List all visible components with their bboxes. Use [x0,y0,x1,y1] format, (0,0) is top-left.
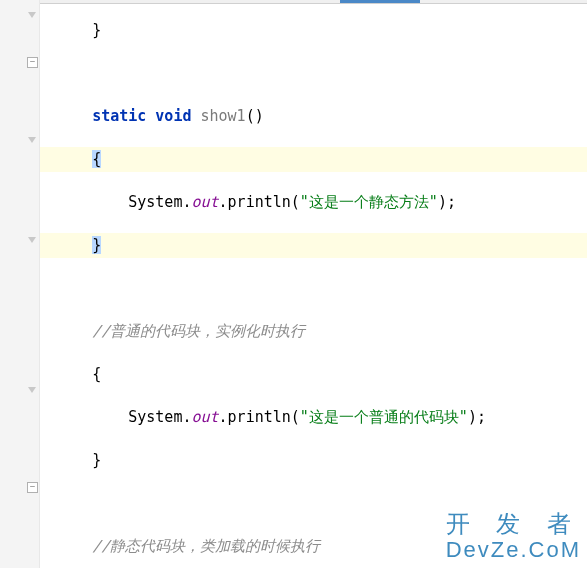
brace: } [92,21,101,39]
keyword-void: void [155,107,191,125]
code-line[interactable]: //静态代码块，类加载的时候执行 [40,534,587,559]
code-line[interactable]: } [40,448,587,473]
code-line[interactable]: { [40,362,587,387]
code-line[interactable] [40,491,587,516]
call-end: ); [438,193,456,211]
comment: //静态代码块，类加载的时候执行 [92,537,320,555]
parens: () [246,107,264,125]
field-out: out [191,193,218,211]
code-editor[interactable]: } static void show1() { System.out.print… [0,0,587,568]
code-content[interactable]: } static void show1() { System.out.print… [26,0,587,568]
gutter[interactable] [0,0,26,568]
field-out: out [191,408,218,426]
code-line[interactable] [40,61,587,86]
code-line[interactable]: //普通的代码块，实例化时执行 [40,319,587,344]
call-end: ); [468,408,486,426]
code-line[interactable]: } [40,18,587,43]
comment: //普通的代码块，实例化时执行 [92,322,305,340]
brace-close: } [92,451,101,469]
code-line[interactable] [40,276,587,301]
string-literal: "这是一个普通的代码块" [300,408,468,426]
code-line[interactable]: } [40,233,587,258]
brace-close: } [92,236,101,254]
keyword-static: static [92,107,146,125]
call: .println( [219,408,300,426]
string-literal: "这是一个静态方法" [300,193,438,211]
call: .println( [219,193,300,211]
code-line[interactable]: static void show1() [40,104,587,129]
code-line[interactable]: System.out.println("这是一个静态方法"); [40,190,587,215]
method-name: show1 [201,107,246,125]
code-line[interactable]: System.out.println("这是一个普通的代码块"); [40,405,587,430]
code-line[interactable]: { [40,147,587,172]
brace-open: { [92,150,101,168]
qualifier: System. [128,193,191,211]
brace-open: { [92,365,101,383]
qualifier: System. [128,408,191,426]
